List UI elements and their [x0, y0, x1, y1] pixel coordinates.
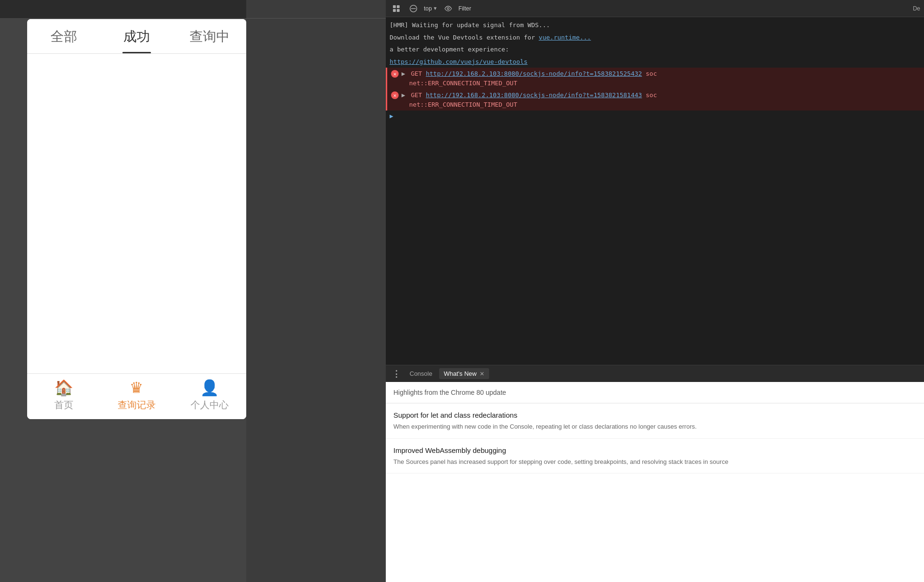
nav-profile[interactable]: 👤 个人中心: [173, 379, 246, 411]
feature-item-2: Improved WebAssembly debugging The Sourc…: [386, 439, 924, 474]
error-icon-2: ✕: [391, 91, 399, 99]
tab-all[interactable]: 全部: [27, 19, 100, 53]
svg-rect-1: [397, 5, 400, 8]
console-line: [HMR] Waiting for update signal from WDS…: [386, 19, 924, 31]
drawer-tab-whats-new[interactable]: What's New ✕: [439, 368, 489, 379]
feature-item-1: Support for let and class redeclarations…: [386, 403, 924, 439]
error-url-1[interactable]: http://192.168.2.103:8080/sockjs-node/in…: [426, 70, 642, 77]
filter-label[interactable]: Filter: [459, 5, 909, 12]
eye-icon-btn[interactable]: [442, 2, 455, 15]
svg-point-6: [447, 8, 449, 10]
top-label: top: [424, 5, 432, 12]
layout-icon-btn[interactable]: [390, 2, 403, 15]
vue-devtools-link[interactable]: https://github.com/vuejs/vue-devtools: [390, 58, 528, 65]
app-tab-bar: 全部 成功 查询中: [27, 19, 246, 54]
error-icon-1: ✕: [391, 70, 399, 78]
tab-querying[interactable]: 查询中: [173, 19, 246, 53]
svg-rect-2: [393, 9, 396, 12]
feature-desc-2: The Sources panel has increased support …: [393, 457, 916, 467]
nav-profile-label: 个人中心: [191, 399, 229, 411]
tab-content: [27, 54, 246, 373]
vue-runtime-link[interactable]: vue.runtime...: [539, 34, 591, 41]
error-content-1: ▶ GET http://192.168.2.103:8080/sockjs-n…: [402, 69, 657, 88]
feature-title-2: Improved WebAssembly debugging: [393, 446, 916, 454]
nav-records-label: 查询记录: [118, 399, 156, 411]
nav-records[interactable]: ♛ 查询记录: [100, 379, 173, 411]
drawer-tabs: ⋮ Console What's New ✕: [386, 365, 924, 382]
whats-new-header: Highlights from the Chrome 80 update: [386, 382, 924, 403]
feature-title-1: Support for let and class redeclarations: [393, 411, 916, 419]
no-entry-icon-btn[interactable]: [407, 2, 420, 15]
error-line-1: ✕ ▶ GET http://192.168.2.103:8080/sockjs…: [386, 68, 924, 89]
person-icon: 👤: [200, 379, 219, 397]
center-area: [246, 0, 386, 582]
expand-btn-2[interactable]: ▶: [402, 91, 405, 99]
app-panel: 全部 成功 查询中 🏠 首页 ♛ 查询记录 👤 个人中心: [27, 19, 246, 419]
horizontal-splitter: [246, 18, 386, 19]
prompt-arrow: ▶: [390, 112, 393, 120]
console-output[interactable]: [HMR] Waiting for update signal from WDS…: [386, 17, 924, 365]
console-line: a better development experience:: [386, 43, 924, 56]
console-prompt[interactable]: ▶: [386, 110, 924, 121]
nav-home-label: 首页: [54, 399, 73, 411]
svg-rect-0: [393, 5, 396, 8]
close-whats-new-icon[interactable]: ✕: [480, 371, 484, 377]
feature-desc-1: When experimenting with new code in the …: [393, 422, 916, 431]
devtools-toolbar: top ▼ Filter De: [386, 0, 924, 17]
drawer-menu-btn[interactable]: ⋮: [390, 367, 403, 381]
home-icon: 🏠: [54, 379, 73, 397]
console-tab-label: Console: [410, 370, 432, 377]
drawer-tab-console[interactable]: Console: [405, 368, 437, 379]
error-line-2: ✕ ▶ GET http://192.168.2.103:8080/sockjs…: [386, 89, 924, 110]
context-selector[interactable]: top ▼: [424, 5, 438, 12]
de-label: De: [913, 5, 920, 12]
dropdown-icon: ▼: [433, 6, 438, 11]
expand-btn-1[interactable]: ▶: [402, 70, 405, 77]
whats-new-tab-label: What's New: [444, 370, 477, 377]
tab-success[interactable]: 成功: [100, 19, 173, 53]
bottom-nav: 🏠 首页 ♛ 查询记录 👤 个人中心: [27, 373, 246, 419]
error-url-2[interactable]: http://192.168.2.103:8080/sockjs-node/in…: [426, 91, 642, 99]
whats-new-panel: Highlights from the Chrome 80 update Sup…: [386, 382, 924, 582]
nav-home[interactable]: 🏠 首页: [27, 379, 100, 411]
console-line: Download the Vue Devtools extension for …: [386, 31, 924, 44]
crown-icon: ♛: [130, 379, 143, 397]
error-content-2: ▶ GET http://192.168.2.103:8080/sockjs-n…: [402, 90, 657, 109]
svg-rect-3: [397, 9, 400, 12]
devtools-panel: top ▼ Filter De [HMR] Waiting for update…: [386, 0, 924, 582]
console-line: https://github.com/vuejs/vue-devtools: [386, 56, 924, 68]
